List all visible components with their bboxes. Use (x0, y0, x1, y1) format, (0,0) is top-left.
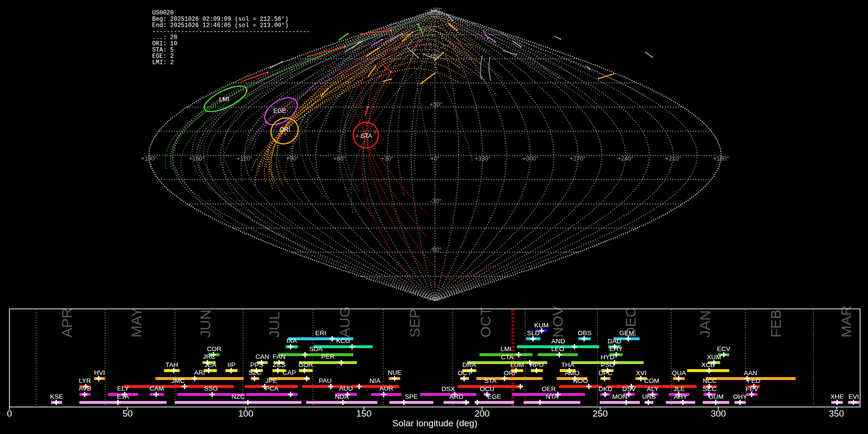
svg-text:+150°: +150° (189, 155, 204, 162)
svg-text:350: 350 (829, 408, 844, 419)
svg-text:AUG: AUG (337, 306, 353, 338)
svg-text:FED: FED (747, 377, 760, 384)
svg-text:XHE: XHE (830, 393, 844, 400)
svg-text:THA: THA (561, 361, 574, 368)
svg-text:IIP: IIP (228, 361, 236, 368)
svg-text:DPC: DPC (598, 369, 612, 377)
svg-text:+90°: +90° (430, 7, 442, 14)
svg-text:KCG: KCG (336, 337, 350, 344)
svg-text:LYR: LYR (79, 377, 92, 384)
svg-text:COR: COR (207, 345, 221, 353)
svg-text:SPE: SPE (405, 393, 418, 400)
svg-text:OER: OER (542, 385, 556, 393)
svg-text:SSG: SSG (204, 385, 218, 392)
svg-text:+120°: +120° (236, 155, 252, 162)
svg-text:CAN: CAN (256, 353, 270, 360)
svg-text:ARD: ARD (449, 393, 463, 400)
svg-text:LMI: 2: LMI: 2 (152, 59, 174, 66)
svg-text:AAN: AAN (744, 369, 758, 377)
svg-text:+330°: +330° (475, 155, 490, 162)
svg-text:JLE: JLE (674, 385, 685, 393)
svg-text:SCC: SCC (703, 385, 717, 393)
svg-text:JPE: JPE (265, 377, 277, 384)
svg-text:+180°: +180° (713, 155, 729, 162)
svg-text:LMI: LMI (501, 345, 512, 353)
svg-text:+60°: +60° (333, 155, 346, 162)
svg-text:NDA: NDA (335, 393, 349, 400)
svg-text:IXA: IXA (286, 337, 297, 344)
svg-text:URS: URS (642, 393, 656, 400)
svg-text:OCU: OCU (480, 385, 494, 393)
svg-text:JRC: JRC (203, 353, 216, 360)
svg-text:XCB: XCB (702, 361, 715, 368)
svg-text:PCA: PCA (265, 385, 279, 392)
svg-text:-30°: -30° (430, 198, 441, 204)
svg-text:PPS: PPS (250, 361, 263, 368)
svg-text:FEB: FEB (768, 310, 784, 338)
svg-text:FEV: FEV (746, 385, 758, 393)
svg-text:ALY: ALY (647, 385, 659, 393)
svg-text:0: 0 (7, 408, 12, 419)
svg-text:+90°: +90° (286, 155, 298, 162)
svg-text:CAM: CAM (149, 385, 164, 392)
svg-text:NIA: NIA (369, 377, 380, 384)
svg-text:DSV: DSV (623, 385, 636, 393)
svg-text:COM: COM (644, 377, 660, 384)
svg-text:TAH: TAH (165, 361, 178, 368)
svg-text:AUR: AUR (380, 385, 393, 392)
svg-text:OCT: OCT (458, 369, 472, 377)
svg-text:NUE: NUE (388, 369, 402, 376)
svg-text:KUM: KUM (534, 322, 549, 329)
svg-text:MAR: MAR (838, 305, 854, 338)
svg-text:EGE: EGE (488, 393, 502, 400)
svg-text:HVI: HVI (94, 369, 105, 376)
svg-text:CAP: CAP (283, 369, 296, 376)
svg-text:DAD: DAD (608, 338, 622, 345)
svg-text:ARI: ARI (194, 369, 205, 376)
svg-text:OBS: OBS (578, 329, 592, 337)
svg-text:ORI: ORI (503, 369, 515, 377)
svg-text:+30°: +30° (381, 155, 393, 162)
svg-text:OCT: OCT (477, 307, 493, 338)
svg-text:CTA: CTA (501, 353, 514, 361)
svg-text:DSX: DSX (442, 385, 455, 393)
svg-text:AUD: AUD (339, 385, 353, 392)
svg-text:150: 150 (356, 408, 372, 419)
svg-text:ECV: ECV (717, 345, 731, 353)
svg-text:ORI: ORI (280, 126, 290, 133)
svg-text:NZC: NZC (231, 393, 245, 400)
svg-text:ETA: ETA (117, 393, 129, 400)
svg-text:FAN: FAN (273, 353, 285, 360)
svg-text:200: 200 (475, 408, 490, 419)
svg-text:-60°: -60° (430, 246, 441, 253)
svg-text:+270°: +270° (570, 155, 585, 162)
svg-text:PER: PER (321, 353, 335, 360)
svg-text:JMC: JMC (172, 377, 185, 384)
svg-text:APR: APR (59, 308, 75, 338)
svg-text:LEO: LEO (551, 345, 564, 353)
svg-text:PSU: PSU (601, 361, 614, 368)
svg-text:ERI: ERI (315, 329, 326, 337)
svg-text:GDR: GDR (298, 361, 313, 368)
svg-text:EHY: EHY (610, 345, 623, 353)
svg-text:LMI: LMI (219, 96, 230, 103)
svg-text:XVI: XVI (636, 369, 647, 377)
svg-text:GUM: GUM (708, 393, 724, 400)
svg-text:DRA: DRA (462, 361, 476, 368)
svg-text:OHY: OHY (733, 393, 747, 400)
svg-text:HYD: HYD (601, 353, 615, 361)
svg-text:MAY: MAY (128, 307, 144, 338)
svg-text:SEP: SEP (407, 309, 422, 338)
svg-text:QUA: QUA (672, 369, 686, 377)
svg-text:MON: MON (612, 393, 628, 400)
svg-text:GEM: GEM (619, 329, 634, 337)
svg-text:JAN: JAN (697, 310, 713, 338)
svg-text:LUM: LUM (510, 361, 524, 368)
svg-text:ZCS: ZCS (272, 361, 285, 368)
svg-text:NOV: NOV (550, 306, 566, 338)
svg-text:DKD: DKD (598, 385, 612, 393)
svg-text:100: 100 (238, 408, 254, 419)
svg-text:PAU: PAU (319, 377, 332, 384)
svg-text:STA: STA (361, 133, 372, 139)
svg-text:AVB: AVB (79, 385, 91, 392)
